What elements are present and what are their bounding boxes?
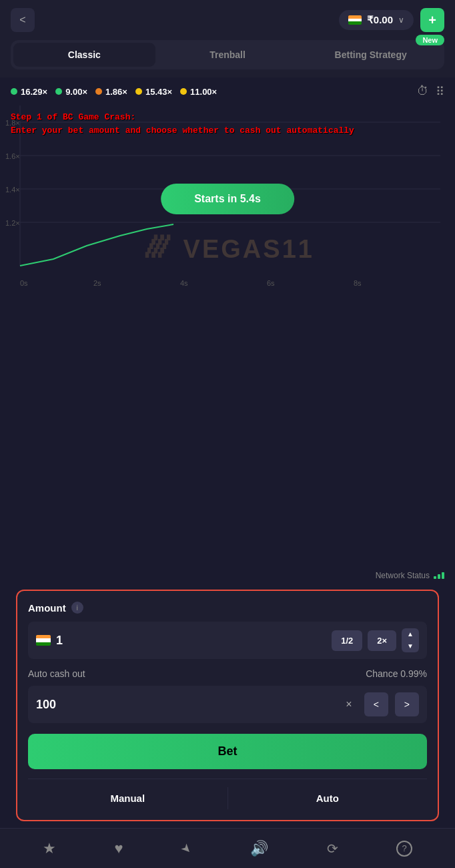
amount-stepper[interactable]: ▲ ▼ [402, 628, 419, 652]
auto-cashout-row: Auto cash out Chance 0.99% [28, 668, 427, 679]
chevron-down-icon: ∨ [398, 15, 404, 25]
amount-buttons: 1/2 2× ▲ ▼ [332, 628, 419, 652]
chart-wrapper: 1.8× 1.6× 1.4× 1.2× 0s 2s 4s 6s 8s [0, 105, 455, 568]
tab-trenball[interactable]: Trenball [157, 43, 299, 67]
clear-cashout-button[interactable]: × [346, 698, 352, 710]
amount-input-row: 1 1/2 2× ▲ ▼ [28, 622, 427, 659]
mult-value-0: 16.29× [21, 87, 47, 97]
help-icon[interactable]: ? [396, 841, 412, 857]
chance-label: Chance 0.99% [366, 668, 427, 679]
back-button[interactable]: < [11, 8, 35, 32]
amount-label-text: Amount [28, 602, 66, 614]
app-root: < ₹0.00 ∨ + New Classic Trenball Betting… [0, 0, 455, 868]
cashout-prev-button[interactable]: < [364, 692, 388, 716]
starts-in-button: Starts in 5.4s [161, 184, 294, 214]
multiplier-item-2[interactable]: 1.86× [95, 87, 127, 97]
amount-input-area: 1 [36, 634, 325, 648]
bet-button[interactable]: Bet [28, 734, 427, 769]
mult-value-1: 9.00× [65, 87, 87, 97]
dot-yellow-3 [135, 88, 142, 95]
starts-label: Starts in [194, 193, 237, 204]
signal-bar-1 [434, 576, 436, 579]
signal-bar-2 [438, 574, 440, 579]
auto-mode-button[interactable]: Auto [228, 787, 428, 809]
multiplier-item-0[interactable]: 16.29× [11, 87, 47, 97]
tab-classic[interactable]: Classic [13, 43, 155, 67]
stepper-down[interactable]: ▼ [402, 640, 419, 652]
signal-bars [434, 572, 444, 579]
cashout-value[interactable]: 100 [36, 698, 339, 712]
amount-label-row: Amount i [28, 602, 427, 614]
back-icon: < [19, 14, 25, 26]
grid-icon[interactable]: ⠿ [436, 84, 444, 99]
likes-icon[interactable]: ♥ [114, 840, 123, 857]
half-button[interactable]: 1/2 [332, 630, 362, 651]
balance-value: ₹0.00 [367, 14, 393, 26]
mult-value-4: 11.00× [190, 87, 217, 97]
plus-icon: + [428, 13, 436, 28]
header: < ₹0.00 ∨ + [0, 0, 455, 40]
multiplier-item-4[interactable]: 11.00× [180, 87, 217, 97]
stepper-up[interactable]: ▲ [402, 628, 419, 640]
cashout-input-row: 100 × < > [28, 686, 427, 723]
dot-orange-2 [95, 88, 102, 95]
bottom-nav: ★ ♥ ➤ 🔊 ⟳ ? [0, 828, 455, 868]
bet-panel: Amount i 1 1/2 2× ▲ ▼ [16, 590, 439, 821]
starts-value: 5.4s [240, 193, 261, 204]
watermark: ⫻ VEGAS11 [141, 226, 314, 266]
new-badge: New [416, 35, 444, 45]
sound-icon[interactable]: 🔊 [250, 840, 268, 857]
india-flag-icon [348, 15, 362, 25]
tab-betting-strategy[interactable]: Betting Strategy [300, 43, 442, 67]
network-status: Network Status [0, 568, 455, 583]
dot-green-1 [55, 88, 62, 95]
annotation-line1: Step 1 of BC Game Crash: [11, 111, 354, 124]
info-icon[interactable]: i [71, 602, 83, 614]
add-funds-button[interactable]: + [420, 8, 444, 32]
balance-area: ₹0.00 ∨ + [339, 8, 444, 32]
chart-area: 1.8× 1.6× 1.4× 1.2× 0s 2s 4s 6s 8s [0, 105, 455, 292]
multiplier-item-3[interactable]: 15.43× [135, 87, 172, 97]
multiplier-bar: 16.29× 9.00× 1.86× 15.43× 11.00× ⏱ ⠿ [0, 77, 455, 105]
chart-controls: ⏱ ⠿ [417, 84, 444, 99]
dot-yellow-4 [180, 88, 187, 95]
auto-cashout-label: Auto cash out [28, 668, 85, 679]
double-button[interactable]: 2× [368, 630, 396, 651]
amount-flag-icon [36, 635, 51, 646]
network-label: Network Status [376, 571, 430, 580]
multiplier-item-1[interactable]: 9.00× [55, 87, 87, 97]
refresh-icon[interactable]: ⟳ [327, 841, 338, 857]
mult-value-3: 15.43× [145, 87, 172, 97]
share-icon[interactable]: ➤ [178, 839, 195, 857]
tabs-bar: Classic Trenball Betting Strategy [11, 40, 444, 69]
dot-green-0 [11, 88, 17, 95]
favorites-icon[interactable]: ★ [43, 840, 56, 857]
mult-value-2: 1.86× [105, 87, 127, 97]
tabs-container: New Classic Trenball Betting Strategy [0, 40, 455, 77]
balance-pill[interactable]: ₹0.00 ∨ [339, 10, 414, 30]
manual-button[interactable]: Manual [28, 787, 228, 809]
manual-auto-row: Manual Auto [28, 779, 427, 809]
history-icon[interactable]: ⏱ [417, 84, 429, 99]
annotation-line2: Enter your bet amount and choose whether… [11, 124, 354, 138]
signal-bar-3 [442, 572, 444, 579]
annotation-overlay: Step 1 of BC Game Crash: Enter your bet … [11, 111, 354, 137]
cashout-next-button[interactable]: > [395, 692, 419, 716]
amount-value[interactable]: 1 [56, 634, 63, 648]
